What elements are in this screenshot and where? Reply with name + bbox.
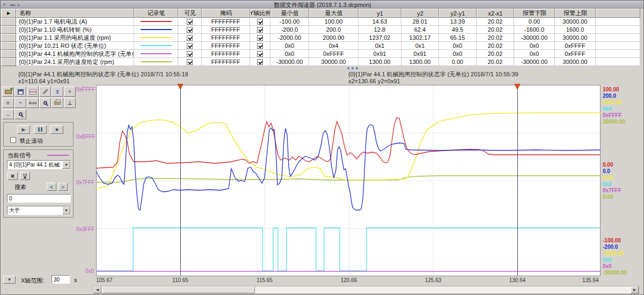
yscale-checkbox[interactable]: [250, 26, 270, 34]
alarm-low-cell: 0x0: [514, 50, 555, 58]
row-filler: [596, 58, 640, 66]
row-gutter: [1, 42, 16, 50]
splitter-handle[interactable]: [1, 66, 644, 70]
stop-button[interactable]: ■: [50, 125, 63, 134]
condition-select[interactable]: 大于 ▼: [7, 206, 71, 215]
pen-color-swatch: [134, 26, 178, 34]
print-icon[interactable]: [52, 98, 63, 108]
table-row[interactable]: {0}{1}Par 24.1 采用的速度给定 (rpm)FFFFFFFF-300…: [1, 58, 640, 66]
column-header[interactable]: y2-y1: [439, 9, 477, 18]
alarm-low-cell: -30000.00: [514, 34, 555, 42]
column-header[interactable]: 掩码: [202, 9, 250, 18]
column-header[interactable]: 可见: [178, 9, 202, 18]
save-icon[interactable]: [14, 87, 26, 97]
visible-checkbox[interactable]: [178, 58, 202, 66]
table-row[interactable]: {0}{1}Par 1.10 电机转矩 (%)FFFFFFFF-200.0200…: [1, 26, 640, 34]
x-axis-tick-label: 110.65: [172, 277, 188, 283]
yscale-checkbox[interactable]: [250, 50, 270, 58]
column-header[interactable]: 报警下限: [514, 9, 555, 18]
search-input[interactable]: 0: [7, 194, 71, 203]
search-prev-button[interactable]: <: [47, 183, 56, 191]
mask-cell: FFFFFFFF: [202, 34, 250, 42]
scrollbar-thumb[interactable]: [102, 286, 255, 293]
delete-signal-button[interactable]: ×: [8, 172, 18, 180]
right-axis-label: 0.00: [603, 194, 613, 200]
yscale-checkbox[interactable]: [250, 58, 270, 66]
signal-name-cell[interactable]: {0}{1}Par 1.7 电机电流 (A): [16, 18, 134, 26]
horizontal-scrollbar[interactable]: ◄ ►: [93, 286, 639, 294]
column-header[interactable]: x2-x1: [477, 9, 514, 18]
y1-cell: 12.8: [358, 26, 401, 34]
y2-cell: 28.01: [401, 18, 439, 26]
mask-cell: FFFFFFFF: [202, 50, 250, 58]
column-header[interactable]: 最大值: [309, 9, 358, 18]
visible-checkbox[interactable]: [178, 50, 202, 58]
column-header-filler: [596, 9, 640, 18]
column-header[interactable]: 报警上限: [555, 9, 596, 18]
fit-view-icon[interactable]: ↔: [2, 109, 14, 119]
right-axis-label: 100.00: [603, 87, 619, 92]
visible-checkbox[interactable]: [178, 34, 202, 42]
signal-name-cell[interactable]: {0}{1}Par 44.1 机械抱闸控制的状态字 (无单位): [16, 50, 134, 58]
yscale-checkbox[interactable]: [250, 34, 270, 42]
column-header[interactable]: y1: [358, 9, 401, 18]
scroll-lock-checkbox[interactable]: [10, 137, 16, 143]
search-next-button[interactable]: >: [58, 183, 68, 191]
scroll-right-arrow-icon[interactable]: ►: [631, 286, 639, 293]
collapse-panel-button[interactable]: ▼: [3, 276, 16, 284]
open-file-icon[interactable]: [2, 87, 14, 97]
reset-scale-button[interactable]: 1.0 ×: [20, 172, 30, 180]
visible-checkbox[interactable]: [178, 26, 202, 34]
visible-checkbox[interactable]: [178, 18, 202, 26]
table-row[interactable]: {0}{1}Par 10.21 RO 状态 (无单位)FFFFFFFF0x00x…: [1, 42, 640, 50]
signal-select[interactable]: 4 {0}{1}Par 44.1 机械: ▼: [7, 160, 71, 169]
table-row[interactable]: {0}{1}Par 1.1 采用的电机速度 (rpm)FFFFFFFF-2000…: [1, 34, 640, 42]
column-header[interactable]: Y轴比例: [250, 9, 270, 18]
column-header[interactable]: 记录笔: [134, 9, 178, 18]
column-header[interactable]: y2: [401, 9, 439, 18]
play-button[interactable]: ▶: [17, 125, 30, 134]
signal-name-cell[interactable]: {0}{1}Par 1.10 电机转矩 (%): [16, 26, 134, 34]
waveform-icon[interactable]: ~: [14, 98, 26, 108]
min-cell: 0x0: [270, 50, 309, 58]
pause-button[interactable]: [34, 125, 47, 134]
plot-canvas[interactable]: [96, 84, 601, 276]
window-corner: [640, 286, 644, 294]
alarm-high-cell: 0xFFFF: [555, 42, 596, 50]
yscale-checkbox[interactable]: [250, 18, 270, 26]
cursor1-signal-label: {0}{1}Par 44.1 机械抱闸控制的状态字 (无单位) 2018/7/1…: [18, 71, 188, 78]
transport-group: ▶ ■ 禁止滚动: [3, 122, 74, 147]
table-gutter-arrow-icon[interactable]: ▶: [1, 9, 16, 18]
pan-icon[interactable]: +: [64, 87, 76, 97]
axis-setup-icon[interactable]: ⊥: [64, 98, 76, 108]
table-row[interactable]: {0}{1}Par 44.1 机械抱闸控制的状态字 (无单位)FFFFFFFF0…: [1, 50, 640, 58]
y-axis-tick-label: 0xFFFF: [76, 87, 94, 92]
column-header[interactable]: 最小值: [270, 9, 309, 18]
scale-icon[interactable]: ±: [52, 87, 63, 97]
row-gutter: [1, 18, 16, 26]
plot-area[interactable]: [96, 84, 601, 276]
x-range-input[interactable]: 30: [52, 275, 70, 284]
zoom-reset-icon[interactable]: [39, 98, 51, 108]
yscale-checkbox[interactable]: [250, 42, 270, 50]
signal-name-cell[interactable]: {0}{1}Par 24.1 采用的速度给定 (rpm): [16, 58, 134, 66]
scroll-left-arrow-icon[interactable]: ◄: [93, 286, 101, 293]
signal-name-cell[interactable]: {0}{1}Par 1.1 采用的电机速度 (rpm): [16, 34, 134, 42]
column-header[interactable]: 名称: [16, 9, 134, 18]
y1-cell: 0x91: [358, 50, 401, 58]
x-axis-tick-label: 125.63: [425, 277, 442, 283]
alarm-low-cell: 0.00: [514, 18, 555, 26]
x-axis-tick-label: 105.67: [96, 277, 113, 283]
chevron-down-icon[interactable]: ▼: [62, 161, 70, 169]
table-row[interactable]: {0}{1}Par 1.7 电机电流 (A)FFFFFFFF-100.00100…: [1, 18, 640, 26]
auto-scale-button[interactable]: Auto: [27, 98, 39, 108]
tools-icon[interactable]: [39, 87, 51, 97]
grid-icon[interactable]: ≡: [2, 98, 14, 108]
mask-cell: FFFFFFFF: [202, 18, 250, 26]
alarm-high-cell: 30000.00: [555, 58, 596, 66]
signal-name-cell[interactable]: {0}{1}Par 10.21 RO 状态 (无单位): [16, 42, 134, 50]
visible-checkbox[interactable]: [178, 42, 202, 50]
signal-list-icon[interactable]: [27, 87, 39, 97]
zoom-find-icon[interactable]: [14, 109, 26, 119]
chevron-down-icon[interactable]: ▼: [62, 206, 70, 214]
